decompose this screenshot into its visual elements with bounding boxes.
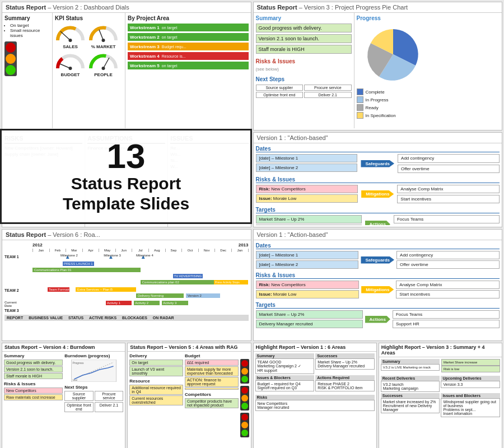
- summary-item: On target: [10, 23, 50, 28]
- ws-row-1: Workstream 1 on target: [128, 24, 249, 31]
- next-steps-row-2: Optimise front end Deliver 2.1: [256, 92, 352, 98]
- actions-arrow: Actions: [365, 221, 390, 225]
- p6-actions-arrow: Actions: [365, 316, 390, 323]
- ws-row-3: Workstream 3 Budget requ...: [128, 43, 249, 50]
- panel-dates-actions: Version 1 : "Action-based" Dates [date] …: [253, 229, 503, 341]
- p6-dates: Dates [date] – Milestone 1 [date] – Mile…: [256, 242, 500, 269]
- svg-text:Progress: Progress: [73, 361, 85, 365]
- summary-item: Small resource issues: [10, 28, 50, 38]
- p6-risks: Risks & Issues Risk: New Competitors Iss…: [256, 272, 500, 298]
- panel-dashboard-dials: Status Report – Version 2 : Dashboard Di…: [2, 2, 251, 130]
- dial-people: PEOPLE: [88, 52, 119, 77]
- legend-ready-swatch: [357, 104, 363, 111]
- svg-text:Ideal: Ideal: [73, 379, 78, 381]
- report-row: REPORT BUSINESS VALUE STATUS ACTIVE RISK…: [4, 315, 249, 321]
- team1-row: TEAM 1 ▲ Milestone 2 ▲ Milestone 3 ▲ Mil…: [4, 254, 249, 286]
- team3-row: CurrentDate TEAM 3 Activity 1 Activity 2…: [4, 301, 249, 312]
- ws-row-5: Workstream 5 on target: [128, 62, 249, 69]
- bp-rag-areas: Status Report – Version 5 : 4 Areas with…: [127, 343, 251, 448]
- summary-box-3: Staff morale is HIGH: [256, 45, 352, 54]
- p2-progress: Progress Complete: [354, 13, 502, 128]
- p6-title: Version 1 : "Action-based": [254, 230, 502, 240]
- timeline-header: 2012 2013: [4, 242, 249, 248]
- bp-burndown: Status Report – Version 4 : Burndown Sum…: [2, 343, 125, 448]
- tl-amber: [6, 54, 16, 64]
- page: Status Report – Version 2 : Dashboard Di…: [0, 0, 504, 448]
- svg-point-1: [69, 39, 72, 42]
- p4-risks-issues: Risks & Issues Risk: New Competitors Iss…: [256, 176, 500, 203]
- svg-point-3: [102, 39, 105, 42]
- pie-legend: Complete In Progress Ready In Specificat…: [357, 88, 500, 119]
- legend-specification-swatch: [357, 112, 363, 119]
- tl-red: [6, 43, 16, 53]
- p1-title: Status Report – Version 2 : Dashboard Di…: [2, 2, 251, 13]
- p4-title: Version 1 : "Action-based": [254, 133, 502, 143]
- dials-container: SALES % MARKET: [55, 24, 123, 77]
- svg-line-0: [60, 31, 71, 40]
- safeguards-arrow: Safeguards: [361, 160, 394, 167]
- bp-highlight-6: Highlight Report – Version 1 : 6 Areas S…: [253, 343, 377, 448]
- dial-market: % MARKET: [88, 24, 119, 49]
- rag-lights: [240, 353, 249, 437]
- p6-mitigations-arrow: Mitigations: [361, 286, 394, 293]
- bp4-grid: Recent Deliveries V3.2 launch Marketing …: [381, 376, 500, 417]
- p1-kpi: KPI Status SALES: [53, 13, 125, 128]
- legend-inprogress-swatch: [357, 96, 363, 103]
- summary-box-2: Version 2.1 soon to launch.: [256, 34, 352, 43]
- bp-highlight-4: Highlight Report – Version 3 : Summary +…: [379, 343, 502, 448]
- p6-safeguards-arrow: Safeguards: [361, 256, 394, 264]
- milestones: ▲ Milestone 2 ▲ Milestone 3 ▲ Milestone …: [32, 254, 249, 262]
- next-steps-row-1: Source supplier Procure service: [256, 85, 352, 91]
- team2-row: TEAM 2 Team Formation Extra Services – P…: [4, 287, 249, 300]
- svg-point-5: [69, 67, 72, 70]
- p4-dates: Dates [date] – Milestone 1 [date] – Mile…: [256, 146, 500, 173]
- dial-sales: SALES: [55, 24, 86, 49]
- mitigations-arrow: Mitigations: [361, 190, 394, 198]
- tl-green: [6, 65, 16, 75]
- dial-budget: BUDGET: [55, 52, 86, 77]
- svg-line-6: [104, 58, 110, 68]
- svg-line-2: [99, 30, 104, 40]
- p4-targets: Targets Market Share – Up 2% Delivery Ma…: [256, 207, 500, 225]
- p5-title: Status Report – Version 6 : Roa...: [2, 230, 251, 240]
- panel-roadmap: Status Report – Version 6 : Roa... 2012 …: [2, 229, 251, 341]
- p6-targets: Targets Market Share – Up 2% Delivery Ma…: [256, 302, 500, 328]
- burndown-chart: Progress Ideal: [64, 360, 123, 382]
- panel-action-based: Version 1 : "Action-based" Dates [date] …: [253, 132, 503, 227]
- p2-summary: Summary Good progress with delivery. Ver…: [254, 13, 354, 128]
- pie-chart: [357, 24, 430, 85]
- panel-pie-chart: Status Report – Version 3 : Project Prog…: [253, 2, 503, 130]
- summary-box-1: Good progress with delivery.: [256, 24, 352, 32]
- svg-line-4: [60, 64, 71, 68]
- highlight-grid: Summary TEAM GOOD Marketing Campaign 2 ✓…: [255, 353, 375, 391]
- overlay-text: 13 Status Report Template Slides: [0, 129, 252, 224]
- p1-projects: By Project Area Workstream 1 on target W…: [125, 13, 251, 128]
- svg-point-7: [102, 67, 105, 70]
- legend-complete-swatch: [357, 88, 363, 95]
- traffic-light: [4, 41, 17, 76]
- ws-row-2: Workstream 2 on target: [128, 33, 249, 41]
- bottom-row: Status Report – Version 4 : Burndown Sum…: [2, 343, 502, 448]
- ws-row-4: Workstream 4 Resource is...: [128, 52, 249, 60]
- month-labels: Jan Feb Mar Apr May Jun Jul Aug Sep Oct …: [4, 249, 249, 252]
- p1-summary: Summary On target Small resource issues: [2, 13, 53, 128]
- p2-title: Status Report – Version 3 : Project Prog…: [254, 2, 502, 13]
